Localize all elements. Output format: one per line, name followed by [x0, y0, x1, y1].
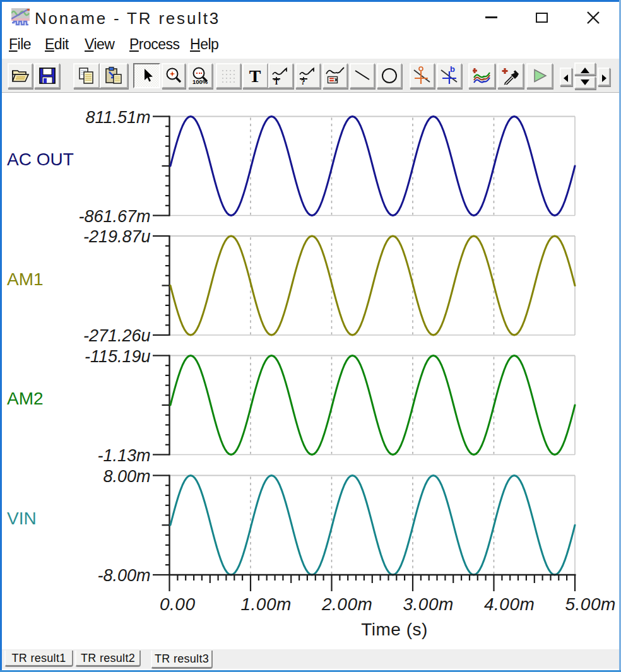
svg-text:-861.67m: -861.67m [78, 207, 150, 226]
svg-text:-8.00m: -8.00m [97, 566, 150, 585]
svg-text:4.00m: 4.00m [484, 594, 535, 614]
svg-text:-271.26u: -271.26u [83, 326, 151, 345]
svg-text:VIN: VIN [7, 509, 37, 528]
svg-text:811.51m: 811.51m [85, 108, 150, 127]
svg-text:8.00m: 8.00m [103, 467, 150, 486]
svg-text:AC OUT: AC OUT [7, 150, 74, 169]
svg-text:AM1: AM1 [7, 269, 44, 289]
svg-text:3.00m: 3.00m [403, 594, 454, 614]
svg-text:5.00m: 5.00m [565, 594, 616, 614]
svg-text:AM2: AM2 [7, 389, 44, 408]
svg-text:Time (s): Time (s) [361, 620, 428, 639]
svg-text:-115.19u: -115.19u [85, 347, 151, 366]
svg-text:1.00m: 1.00m [241, 594, 292, 614]
svg-text:2.00m: 2.00m [321, 594, 372, 614]
svg-text:-1.13m: -1.13m [97, 446, 150, 465]
svg-text:-219.87u: -219.87u [83, 227, 151, 246]
svg-text:0.00: 0.00 [160, 594, 196, 614]
